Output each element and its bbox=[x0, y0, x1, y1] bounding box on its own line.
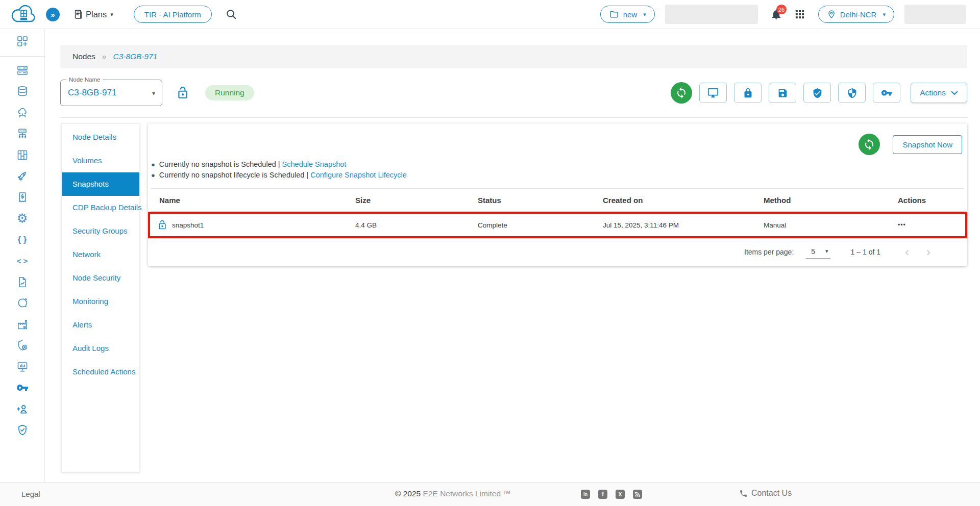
tir-ai-platform-button[interactable]: TIR - AI Platform bbox=[134, 6, 212, 23]
tab-alerts[interactable]: Alerts bbox=[62, 313, 139, 337]
sidebar-item-monitoring[interactable] bbox=[12, 360, 33, 373]
x-twitter-icon[interactable]: X bbox=[616, 490, 625, 499]
verified-security-button[interactable] bbox=[803, 83, 831, 103]
items-per-page-label: Items per page: bbox=[744, 248, 794, 256]
redacted-account-info bbox=[665, 5, 758, 24]
sidebar-item-code[interactable]: < > bbox=[12, 254, 33, 267]
node-lock-toggle[interactable] bbox=[176, 86, 189, 99]
sidebar-item-billing[interactable] bbox=[12, 191, 33, 204]
snapshot-size: 4.4 GB bbox=[355, 221, 478, 229]
console-button[interactable] bbox=[699, 83, 727, 103]
tab-node-details[interactable]: Node Details bbox=[62, 125, 139, 149]
tab-snapshots[interactable]: Snapshots bbox=[62, 172, 139, 196]
sidebar-item-ssh-keys[interactable] bbox=[12, 381, 33, 394]
sidebar-item-add-user[interactable] bbox=[12, 402, 33, 416]
refresh-node-button[interactable] bbox=[671, 82, 692, 104]
e2e-cloud-logo[interactable] bbox=[10, 3, 37, 26]
new-project-dropdown[interactable]: new ▾ bbox=[600, 6, 655, 23]
folder-icon bbox=[609, 9, 619, 19]
lock-node-button[interactable] bbox=[734, 83, 762, 103]
refresh-snapshots-button[interactable] bbox=[859, 134, 880, 155]
sidebar-item-iam-security[interactable] bbox=[12, 339, 33, 352]
previous-page-button[interactable]: ‹ bbox=[899, 247, 915, 257]
sidebar-item-support[interactable]: ? bbox=[12, 296, 33, 310]
region-dropdown[interactable]: Delhi-NCR ▾ bbox=[818, 6, 894, 23]
sidebar-item-security-compliance[interactable] bbox=[12, 423, 33, 437]
billing-icon bbox=[16, 191, 29, 204]
chevron-down-icon: ▾ bbox=[643, 11, 646, 18]
refresh-icon bbox=[675, 87, 688, 99]
items-per-page-select[interactable]: 5 ▾ bbox=[806, 246, 830, 259]
save-image-button[interactable] bbox=[769, 83, 796, 103]
next-page-button[interactable]: › bbox=[920, 247, 937, 257]
section-divider bbox=[60, 117, 967, 118]
snapshot-notices: ● Currently no snapshot is Scheduled | S… bbox=[148, 159, 967, 181]
sidebar-item-factory[interactable] bbox=[12, 318, 33, 331]
facebook-icon[interactable]: f bbox=[598, 490, 607, 499]
key-icon bbox=[881, 87, 892, 98]
sidebar-divider bbox=[0, 56, 45, 57]
sidebar-item-api[interactable]: { } bbox=[12, 233, 33, 246]
ssh-key-button[interactable] bbox=[873, 83, 900, 103]
security-shield-button[interactable] bbox=[838, 83, 866, 103]
sidebar-item-storage[interactable] bbox=[12, 85, 33, 98]
report-file-icon bbox=[16, 276, 29, 288]
cloud-network-icon bbox=[16, 107, 29, 119]
sidebar-item-reports[interactable] bbox=[12, 275, 33, 289]
tab-scheduled-actions[interactable]: Scheduled Actions bbox=[62, 360, 139, 384]
actions-dropdown-button[interactable]: Actions bbox=[911, 83, 967, 103]
snapshot-created-on: Jul 15, 2025, 3:11:46 PM bbox=[603, 221, 764, 229]
main-content: Nodes » C3-8GB-971 Node Name C3-8GB-971 … bbox=[45, 29, 980, 482]
apps-grid-button[interactable] bbox=[795, 9, 805, 19]
icon-sidebar: ⚙ { } < > ? bbox=[0, 29, 45, 482]
schedule-snapshot-link[interactable]: Schedule Snapshot bbox=[282, 160, 347, 168]
configure-lifecycle-link[interactable]: Configure Snapshot Lifecycle bbox=[310, 171, 407, 179]
tab-cdp-backup-details[interactable]: CDP Backup Details bbox=[62, 196, 139, 219]
plans-menu[interactable]: Plans ▾ bbox=[73, 9, 113, 20]
notifications-button[interactable]: 26 bbox=[770, 8, 782, 20]
table-row-snapshot1[interactable]: snapshot1 4.4 GB Complete Jul 15, 2025, … bbox=[148, 212, 967, 238]
redacted-user-info bbox=[904, 5, 966, 24]
tab-monitoring[interactable]: Monitoring bbox=[62, 290, 139, 313]
chevron-down-icon: ▾ bbox=[152, 90, 155, 97]
breadcrumb: Nodes » C3-8GB-971 bbox=[60, 45, 967, 68]
col-header-created-on: Created on bbox=[603, 196, 764, 205]
contact-us-link[interactable]: Contact Us bbox=[739, 489, 792, 498]
monitoring-icon bbox=[16, 361, 29, 373]
breadcrumb-nodes-link[interactable]: Nodes bbox=[72, 52, 95, 61]
tab-security-groups[interactable]: Security Groups bbox=[62, 219, 139, 243]
chevron-down-icon bbox=[951, 91, 958, 95]
lifecycle-notice: ● Currently no snapshot lifecycle is Sch… bbox=[151, 170, 967, 181]
row-more-actions-button[interactable]: ••• bbox=[898, 221, 964, 229]
search-button[interactable] bbox=[225, 8, 237, 20]
breadcrumb-current-node: C3-8GB-971 bbox=[113, 52, 157, 61]
lock-open-icon bbox=[176, 86, 189, 99]
sidebar-expand-button[interactable]: » bbox=[46, 8, 60, 21]
sidebar-item-settings[interactable]: ⚙ bbox=[12, 212, 33, 225]
sidebar-item-kubernetes[interactable] bbox=[12, 148, 33, 162]
kubernetes-grid-icon bbox=[16, 149, 29, 161]
dashboard-icon bbox=[16, 35, 29, 47]
sidebar-item-dashboard[interactable] bbox=[12, 35, 33, 48]
legal-link[interactable]: Legal bbox=[21, 490, 40, 498]
linkedin-icon[interactable]: in bbox=[581, 490, 590, 499]
col-header-method: Method bbox=[764, 196, 898, 205]
sidebar-item-server-network[interactable] bbox=[12, 127, 33, 140]
tab-network[interactable]: Network bbox=[62, 243, 139, 266]
shield-user-icon bbox=[16, 339, 29, 351]
tab-volumes[interactable]: Volumes bbox=[62, 149, 139, 172]
tab-node-security[interactable]: Node Security bbox=[62, 266, 139, 290]
table-header-row: Name Size Status Created on Method Actio… bbox=[151, 188, 964, 212]
snapshots-panel: Snapshot Now ● Currently no snapshot is … bbox=[148, 123, 967, 266]
tab-audit-logs[interactable]: Audit Logs bbox=[62, 337, 139, 360]
snapshot-now-button[interactable]: Snapshot Now bbox=[893, 135, 962, 154]
rss-icon[interactable] bbox=[633, 490, 642, 499]
company-link[interactable]: E2E Networks Limited ™ bbox=[423, 489, 511, 498]
social-links: in f X bbox=[581, 490, 642, 499]
sidebar-item-cloud-network[interactable] bbox=[12, 106, 33, 119]
sidebar-item-launch[interactable] bbox=[12, 169, 33, 183]
node-name-select[interactable]: Node Name C3-8GB-971 ▾ bbox=[60, 80, 162, 106]
sidebar-item-compute-nodes[interactable] bbox=[12, 64, 33, 77]
shield-half-icon bbox=[847, 88, 857, 98]
server-network-icon bbox=[16, 128, 29, 140]
